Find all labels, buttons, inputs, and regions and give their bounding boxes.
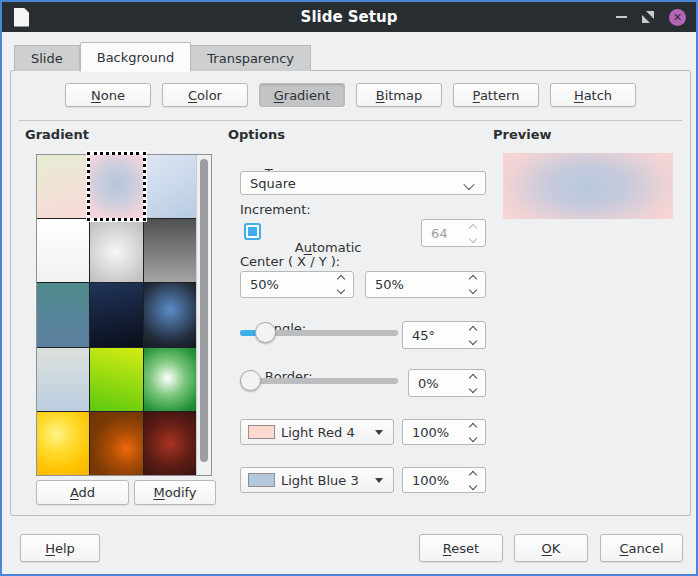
gradient-swatch[interactable] <box>90 348 142 411</box>
gradient-button[interactable]: Gradient <box>259 83 345 107</box>
gradient-swatch[interactable] <box>144 219 196 282</box>
options-header: Options <box>228 127 285 142</box>
checkbox-check-icon <box>248 227 257 236</box>
add-button[interactable]: Add <box>36 480 129 505</box>
to-color-select[interactable]: Light Blue 3 <box>240 467 394 493</box>
gradient-swatch[interactable] <box>37 283 89 346</box>
document-icon <box>14 8 29 27</box>
gradient-swatch[interactable] <box>144 412 196 475</box>
gradient-list <box>36 154 212 476</box>
gradient-swatch[interactable] <box>144 348 196 411</box>
hatch-button[interactable]: Hatch <box>550 83 636 107</box>
spin-down-icon[interactable] <box>469 433 477 441</box>
tab-background[interactable]: Background <box>80 42 192 72</box>
spin-down-icon[interactable] <box>469 336 477 344</box>
chevron-down-icon <box>463 179 474 190</box>
none-button[interactable]: None <box>65 83 151 107</box>
preview-header: Preview <box>493 127 552 142</box>
tab-slide[interactable]: Slide <box>14 45 80 71</box>
gradient-swatch[interactable] <box>37 155 89 218</box>
fill-type-row: None Color Gradient Bitmap Pattern Hatch <box>11 83 690 107</box>
gradient-swatch[interactable] <box>37 412 89 475</box>
center-label: Center ( X / Y ): <box>240 254 340 269</box>
help-button[interactable]: Help <box>20 534 100 562</box>
pattern-button[interactable]: Pattern <box>453 83 539 107</box>
tab-transparency[interactable]: Transparency <box>191 45 311 71</box>
spin-up-icon[interactable] <box>469 422 477 430</box>
gradient-preview <box>503 153 673 219</box>
gradient-swatch[interactable] <box>144 283 196 346</box>
increment-spinner: 64 <box>421 219 486 247</box>
gradient-swatch-selected[interactable] <box>90 155 142 218</box>
to-opacity-spinner[interactable]: 100% <box>402 467 486 493</box>
bitmap-button[interactable]: Bitmap <box>356 83 442 107</box>
spin-up-icon[interactable] <box>469 275 477 283</box>
titlebar[interactable]: Slide Setup ✕ <box>2 2 696 32</box>
slider-handle[interactable] <box>255 322 276 343</box>
border-slider[interactable] <box>240 370 398 391</box>
restore-icon[interactable] <box>642 11 654 23</box>
from-opacity-spinner[interactable]: 100% <box>402 419 486 445</box>
ok-button[interactable]: OK <box>514 534 588 562</box>
angle-spinner[interactable]: 45° <box>402 321 486 349</box>
gradient-swatch[interactable] <box>90 219 142 282</box>
center-x-spinner[interactable]: 50% <box>240 271 354 298</box>
gradient-swatch[interactable] <box>144 155 196 218</box>
minimize-icon[interactable] <box>616 16 627 18</box>
tab-bar: Slide Background Transparency <box>14 42 311 71</box>
close-icon[interactable]: ✕ <box>669 9 686 26</box>
slider-handle[interactable] <box>240 370 261 391</box>
spin-up-icon[interactable] <box>469 470 477 478</box>
spin-down-icon[interactable] <box>469 384 477 392</box>
gradient-swatch[interactable] <box>90 283 142 346</box>
gradient-swatch[interactable] <box>37 348 89 411</box>
type-select[interactable]: Square <box>240 171 486 195</box>
modify-button[interactable]: Modify <box>134 480 216 505</box>
angle-slider[interactable] <box>240 322 398 343</box>
dropdown-arrow-icon <box>375 430 383 435</box>
increment-label: Increment: <box>240 202 311 217</box>
separator <box>19 120 682 121</box>
spin-up-icon[interactable] <box>469 373 477 381</box>
spin-down-icon[interactable] <box>469 481 477 489</box>
spin-up-icon[interactable] <box>469 325 477 333</box>
gradient-swatch[interactable] <box>37 219 89 282</box>
center-y-spinner[interactable]: 50% <box>365 271 486 298</box>
to-color-swatch <box>248 473 275 487</box>
gradient-swatch[interactable] <box>90 412 142 475</box>
scrollbar-thumb[interactable] <box>200 159 208 462</box>
gradient-swatch-grid <box>37 155 196 475</box>
from-color-swatch <box>248 425 275 439</box>
background-tab-page: None Color Gradient Bitmap Pattern Hatch… <box>10 70 691 516</box>
border-spinner[interactable]: 0% <box>408 369 486 397</box>
window-title: Slide Setup <box>2 8 696 26</box>
automatic-checkbox[interactable] <box>244 223 261 240</box>
spin-up-icon <box>469 223 477 231</box>
from-color-select[interactable]: Light Red 4 <box>240 419 394 445</box>
color-button[interactable]: Color <box>162 83 248 107</box>
cancel-button[interactable]: Cancel <box>600 534 683 562</box>
slide-setup-dialog: Slide Setup ✕ Slide Background Transpare… <box>0 0 698 576</box>
dropdown-arrow-icon <box>375 478 383 483</box>
spin-up-icon[interactable] <box>337 275 345 283</box>
spin-down-icon[interactable] <box>469 286 477 294</box>
reset-button[interactable]: Reset <box>419 534 503 562</box>
spin-down-icon[interactable] <box>337 286 345 294</box>
gradient-list-scrollbar[interactable] <box>196 155 211 475</box>
spin-down-icon <box>469 234 477 242</box>
gradient-header: Gradient <box>25 127 89 142</box>
